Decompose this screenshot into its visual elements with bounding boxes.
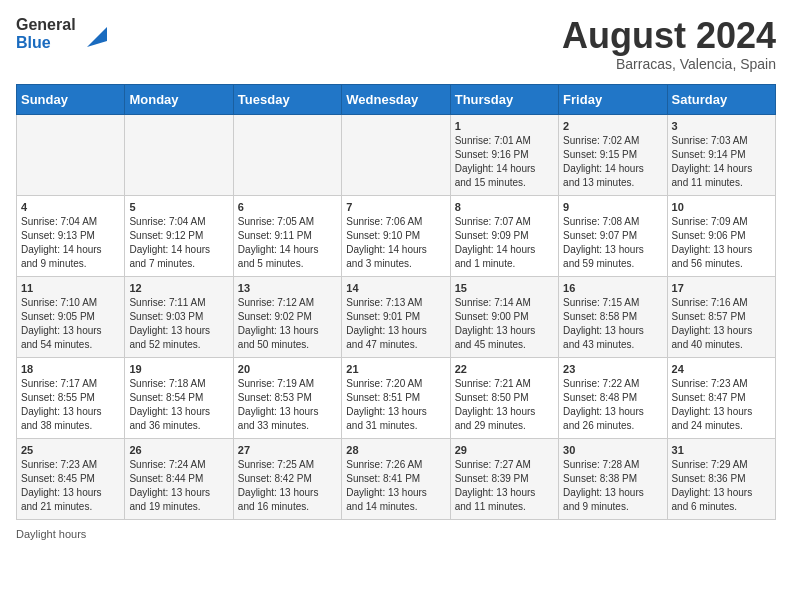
day-number: 11 [21,282,120,294]
day-info: Sunrise: 7:26 AM Sunset: 8:41 PM Dayligh… [346,458,445,514]
day-number: 3 [672,120,771,132]
day-info: Sunrise: 7:02 AM Sunset: 9:15 PM Dayligh… [563,134,662,190]
header-row: SundayMondayTuesdayWednesdayThursdayFrid… [17,84,776,114]
day-number: 24 [672,363,771,375]
day-info: Sunrise: 7:29 AM Sunset: 8:36 PM Dayligh… [672,458,771,514]
day-cell: 23Sunrise: 7:22 AM Sunset: 8:48 PM Dayli… [559,357,667,438]
svg-marker-0 [87,27,107,47]
week-row-1: 1Sunrise: 7:01 AM Sunset: 9:16 PM Daylig… [17,114,776,195]
day-number: 5 [129,201,228,213]
day-number: 9 [563,201,662,213]
day-cell: 1Sunrise: 7:01 AM Sunset: 9:16 PM Daylig… [450,114,558,195]
day-cell: 28Sunrise: 7:26 AM Sunset: 8:41 PM Dayli… [342,438,450,519]
week-row-3: 11Sunrise: 7:10 AM Sunset: 9:05 PM Dayli… [17,276,776,357]
day-number: 13 [238,282,337,294]
day-info: Sunrise: 7:23 AM Sunset: 8:47 PM Dayligh… [672,377,771,433]
day-cell: 25Sunrise: 7:23 AM Sunset: 8:45 PM Dayli… [17,438,125,519]
day-cell: 3Sunrise: 7:03 AM Sunset: 9:14 PM Daylig… [667,114,775,195]
day-number: 30 [563,444,662,456]
day-info: Sunrise: 7:14 AM Sunset: 9:00 PM Dayligh… [455,296,554,352]
day-cell: 26Sunrise: 7:24 AM Sunset: 8:44 PM Dayli… [125,438,233,519]
day-number: 2 [563,120,662,132]
day-cell: 21Sunrise: 7:20 AM Sunset: 8:51 PM Dayli… [342,357,450,438]
day-cell: 7Sunrise: 7:06 AM Sunset: 9:10 PM Daylig… [342,195,450,276]
day-cell: 27Sunrise: 7:25 AM Sunset: 8:42 PM Dayli… [233,438,341,519]
day-cell: 11Sunrise: 7:10 AM Sunset: 9:05 PM Dayli… [17,276,125,357]
daylight-note: Daylight hours [16,528,86,540]
day-info: Sunrise: 7:23 AM Sunset: 8:45 PM Dayligh… [21,458,120,514]
day-number: 22 [455,363,554,375]
day-number: 18 [21,363,120,375]
day-cell: 29Sunrise: 7:27 AM Sunset: 8:39 PM Dayli… [450,438,558,519]
day-cell [17,114,125,195]
day-cell: 24Sunrise: 7:23 AM Sunset: 8:47 PM Dayli… [667,357,775,438]
day-info: Sunrise: 7:19 AM Sunset: 8:53 PM Dayligh… [238,377,337,433]
day-number: 28 [346,444,445,456]
day-number: 27 [238,444,337,456]
main-title: August 2024 [562,16,776,56]
day-cell: 31Sunrise: 7:29 AM Sunset: 8:36 PM Dayli… [667,438,775,519]
day-cell [233,114,341,195]
header-friday: Friday [559,84,667,114]
day-cell: 6Sunrise: 7:05 AM Sunset: 9:11 PM Daylig… [233,195,341,276]
day-number: 26 [129,444,228,456]
day-cell: 17Sunrise: 7:16 AM Sunset: 8:57 PM Dayli… [667,276,775,357]
day-info: Sunrise: 7:25 AM Sunset: 8:42 PM Dayligh… [238,458,337,514]
day-cell: 14Sunrise: 7:13 AM Sunset: 9:01 PM Dayli… [342,276,450,357]
day-info: Sunrise: 7:05 AM Sunset: 9:11 PM Dayligh… [238,215,337,271]
day-info: Sunrise: 7:21 AM Sunset: 8:50 PM Dayligh… [455,377,554,433]
day-info: Sunrise: 7:09 AM Sunset: 9:06 PM Dayligh… [672,215,771,271]
day-info: Sunrise: 7:11 AM Sunset: 9:03 PM Dayligh… [129,296,228,352]
day-number: 8 [455,201,554,213]
day-info: Sunrise: 7:12 AM Sunset: 9:02 PM Dayligh… [238,296,337,352]
day-cell [342,114,450,195]
day-number: 29 [455,444,554,456]
title-section: August 2024 Barracas, Valencia, Spain [562,16,776,72]
week-row-2: 4Sunrise: 7:04 AM Sunset: 9:13 PM Daylig… [17,195,776,276]
day-info: Sunrise: 7:06 AM Sunset: 9:10 PM Dayligh… [346,215,445,271]
header-tuesday: Tuesday [233,84,341,114]
day-info: Sunrise: 7:18 AM Sunset: 8:54 PM Dayligh… [129,377,228,433]
day-number: 23 [563,363,662,375]
day-number: 6 [238,201,337,213]
logo-general: General [16,16,76,34]
day-cell: 12Sunrise: 7:11 AM Sunset: 9:03 PM Dayli… [125,276,233,357]
day-info: Sunrise: 7:07 AM Sunset: 9:09 PM Dayligh… [455,215,554,271]
day-cell [125,114,233,195]
day-cell: 9Sunrise: 7:08 AM Sunset: 9:07 PM Daylig… [559,195,667,276]
day-info: Sunrise: 7:24 AM Sunset: 8:44 PM Dayligh… [129,458,228,514]
day-cell: 10Sunrise: 7:09 AM Sunset: 9:06 PM Dayli… [667,195,775,276]
header-thursday: Thursday [450,84,558,114]
day-cell: 5Sunrise: 7:04 AM Sunset: 9:12 PM Daylig… [125,195,233,276]
calendar-header: SundayMondayTuesdayWednesdayThursdayFrid… [17,84,776,114]
day-number: 25 [21,444,120,456]
logo-icon [79,19,109,49]
day-number: 21 [346,363,445,375]
header-wednesday: Wednesday [342,84,450,114]
day-info: Sunrise: 7:03 AM Sunset: 9:14 PM Dayligh… [672,134,771,190]
day-info: Sunrise: 7:08 AM Sunset: 9:07 PM Dayligh… [563,215,662,271]
day-number: 10 [672,201,771,213]
day-cell: 16Sunrise: 7:15 AM Sunset: 8:58 PM Dayli… [559,276,667,357]
day-cell: 13Sunrise: 7:12 AM Sunset: 9:02 PM Dayli… [233,276,341,357]
day-info: Sunrise: 7:28 AM Sunset: 8:38 PM Dayligh… [563,458,662,514]
day-cell: 30Sunrise: 7:28 AM Sunset: 8:38 PM Dayli… [559,438,667,519]
day-info: Sunrise: 7:01 AM Sunset: 9:16 PM Dayligh… [455,134,554,190]
calendar-table: SundayMondayTuesdayWednesdayThursdayFrid… [16,84,776,520]
header: General Blue August 2024 Barracas, Valen… [16,16,776,72]
day-info: Sunrise: 7:04 AM Sunset: 9:13 PM Dayligh… [21,215,120,271]
day-info: Sunrise: 7:17 AM Sunset: 8:55 PM Dayligh… [21,377,120,433]
day-info: Sunrise: 7:04 AM Sunset: 9:12 PM Dayligh… [129,215,228,271]
day-number: 20 [238,363,337,375]
day-cell: 19Sunrise: 7:18 AM Sunset: 8:54 PM Dayli… [125,357,233,438]
day-number: 16 [563,282,662,294]
day-info: Sunrise: 7:27 AM Sunset: 8:39 PM Dayligh… [455,458,554,514]
week-row-4: 18Sunrise: 7:17 AM Sunset: 8:55 PM Dayli… [17,357,776,438]
week-row-5: 25Sunrise: 7:23 AM Sunset: 8:45 PM Dayli… [17,438,776,519]
day-number: 31 [672,444,771,456]
day-info: Sunrise: 7:15 AM Sunset: 8:58 PM Dayligh… [563,296,662,352]
day-number: 7 [346,201,445,213]
logo-blue: Blue [16,34,76,52]
day-info: Sunrise: 7:10 AM Sunset: 9:05 PM Dayligh… [21,296,120,352]
day-cell: 8Sunrise: 7:07 AM Sunset: 9:09 PM Daylig… [450,195,558,276]
